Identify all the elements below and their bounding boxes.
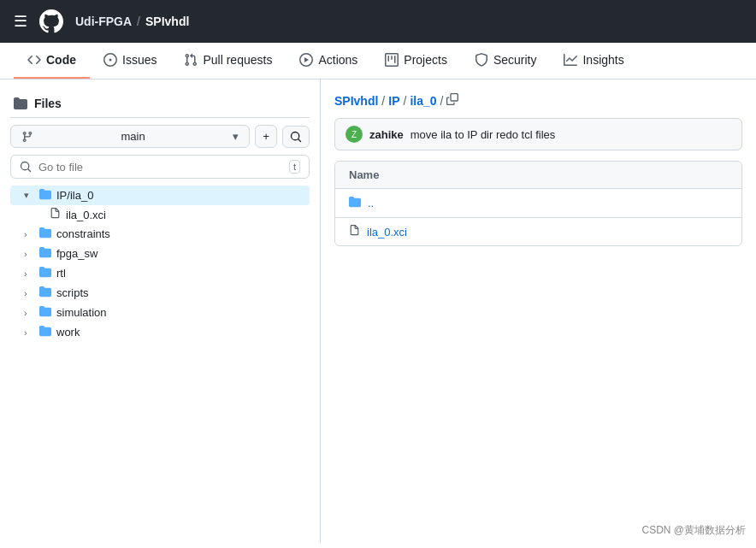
folder-icon [39,305,51,320]
commit-username[interactable]: zahike [369,128,404,141]
copy-path-button[interactable] [446,93,458,108]
tab-security[interactable]: Security [461,43,551,79]
commit-message: move ila to IP dir redo tcl files [410,128,556,141]
chevron-right-icon: › [24,268,34,279]
user-avatar: Z [346,126,363,143]
breadcrumb-sep1: / [381,94,385,108]
projects-icon [385,53,399,67]
chevron-right-icon: › [24,229,34,239]
main-layout: Files main ▾ + t ▾ [0,80,756,543]
issues-icon [103,53,117,67]
search-button[interactable] [282,126,310,148]
tab-actions[interactable]: Actions [286,43,371,79]
file-icon [349,225,360,239]
folder-icon [39,246,51,261]
breadcrumb-repo-link[interactable]: SPIvhdl [334,94,378,108]
github-logo-icon [38,8,65,35]
chevron-right-icon: › [24,327,34,338]
chevron-down-icon: ▾ [233,130,239,143]
tab-code[interactable]: Code [14,43,90,79]
org-link[interactable]: Udi-FPGA [75,15,132,28]
file-table-header: Name [335,162,741,189]
tree-item-simulation[interactable]: › simulation [10,303,310,322]
content-area: SPIvhdl / IP / ila_0 / Z zahike move ila… [321,80,756,543]
tab-issues-label: Issues [122,53,157,67]
tab-projects[interactable]: Projects [371,43,461,79]
tree-item-label: fpga_sw [56,247,97,260]
files-icon [14,97,27,110]
file-icon [50,208,61,221]
repo-name: SPIvhdl [145,15,189,28]
search-icon [20,161,32,173]
tree-item-label: constraints [56,227,110,240]
security-icon [475,53,488,67]
tree-item-constraints[interactable]: › constraints [10,224,310,244]
tree-item-ila0-xci[interactable]: ila_0.xci [10,205,310,224]
branch-name-label: main [38,130,227,143]
tree-item-label: scripts [56,286,89,299]
breadcrumb-sep2: / [403,94,406,108]
tree-item-scripts[interactable]: › scripts [10,283,310,303]
branch-icon [21,131,33,143]
folder-icon [39,227,51,241]
sidebar: Files main ▾ + t ▾ [0,80,321,543]
code-icon [27,53,41,67]
hamburger-button[interactable]: ☰ [14,12,27,31]
tree-item-label: simulation [56,306,107,319]
commit-bar: Z zahike move ila to IP dir redo tcl fil… [334,118,742,150]
search-shortcut-badge: t [289,160,300,174]
go-to-file-bar: t [10,155,310,179]
app-header: ☰ Udi-FPGA / SPIvhdl [0,0,756,43]
sidebar-header: Files [10,90,310,118]
tab-issues[interactable]: Issues [90,43,170,79]
breadcrumb-sep: / [137,15,140,28]
chevron-right-icon: › [24,308,34,318]
table-row[interactable]: .. [335,189,741,218]
folder-icon [39,188,51,203]
tree-item-rtl[interactable]: › rtl [10,263,310,283]
tree-item-label: work [56,326,80,339]
folder-icon [39,325,51,339]
tab-insights-label: Insights [582,53,623,67]
tab-security-label: Security [493,53,537,67]
file-row-link[interactable]: .. [368,197,374,209]
tab-insights[interactable]: Insights [550,43,637,79]
insights-icon [564,53,577,67]
search-input[interactable] [38,161,282,174]
files-label: Files [34,97,62,110]
branch-button[interactable]: main ▾ [10,125,250,148]
tab-pull-requests-label: Pull requests [203,53,272,67]
header-breadcrumb: Udi-FPGA / SPIvhdl [75,15,189,28]
tree-item-work[interactable]: › work [10,322,310,342]
chevron-icon: ▾ [24,190,34,201]
folder-icon [39,286,51,300]
tab-code-label: Code [46,53,76,67]
pr-icon [184,53,198,67]
add-file-button[interactable]: + [255,125,277,148]
tab-pull-requests[interactable]: Pull requests [170,43,286,79]
file-row-link[interactable]: ila_0.xci [367,226,407,239]
tree-item-ip-ila0[interactable]: ▾ IP/ila_0 [10,186,310,205]
tree-item-fpga-sw[interactable]: › fpga_sw [10,244,310,263]
folder-icon [349,196,361,210]
tab-projects-label: Projects [404,53,447,67]
table-row[interactable]: ila_0.xci [335,218,741,245]
nav-tabs: Code Issues Pull requests Actions Projec… [0,43,756,80]
tab-actions-label: Actions [318,53,357,67]
breadcrumb-dir2-link[interactable]: ila_0 [410,94,436,108]
breadcrumb: SPIvhdl / IP / ila_0 / [334,93,742,108]
actions-icon [299,53,313,67]
tree-item-label: ila_0.xci [66,209,106,221]
folder-icon [39,266,51,280]
tree-item-label: rtl [56,267,66,280]
file-table: Name .. ila_0.xci [334,161,742,246]
chevron-right-icon: › [24,288,34,298]
file-tree: ▾ IP/ila_0 ila_0.xci › constr [10,186,310,342]
chevron-right-icon: › [24,249,34,259]
watermark: CSDN @黄埔数据分析 [641,523,746,538]
breadcrumb-sep3: / [440,94,444,108]
tree-item-label: IP/ila_0 [56,189,93,202]
branch-selector: main ▾ + [10,125,310,148]
breadcrumb-dir1-link[interactable]: IP [388,94,399,108]
